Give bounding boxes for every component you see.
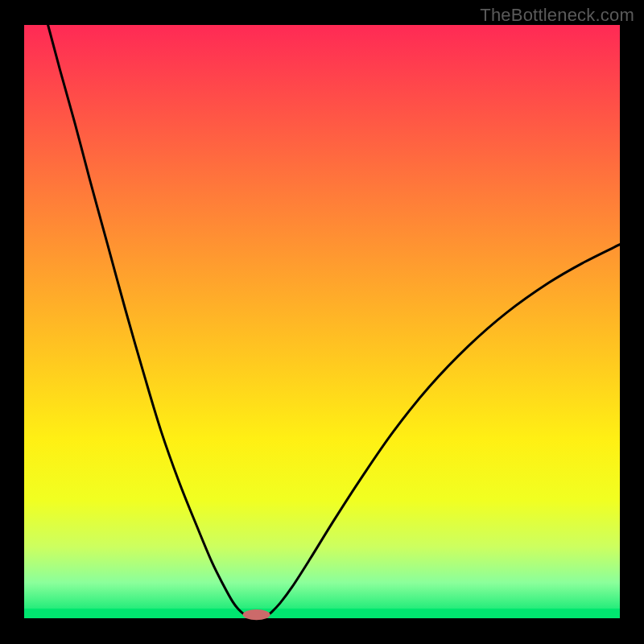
chart-svg — [0, 0, 644, 644]
watermark-text: TheBottleneck.com — [480, 5, 634, 26]
bottleneck-chart — [0, 0, 644, 644]
minimum-marker — [243, 609, 270, 620]
chart-bottom-band — [24, 609, 620, 618]
chart-gradient-background — [24, 25, 620, 618]
